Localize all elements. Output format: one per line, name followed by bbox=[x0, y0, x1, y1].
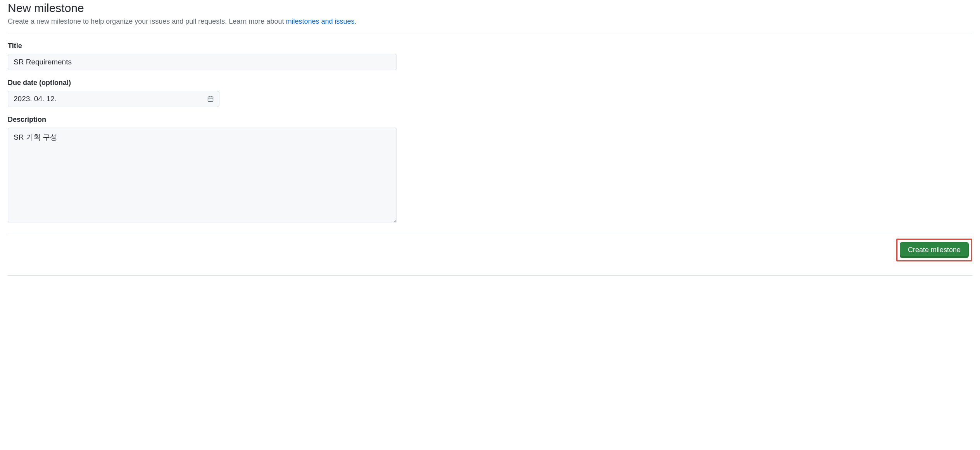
page-header: New milestone Create a new milestone to … bbox=[8, 2, 972, 34]
milestone-form-container: New milestone Create a new milestone to … bbox=[0, 0, 980, 284]
svg-rect-0 bbox=[208, 97, 213, 102]
calendar-icon bbox=[207, 96, 214, 102]
title-label: Title bbox=[8, 42, 972, 50]
description-form-group: Description bbox=[8, 116, 972, 224]
highlight-annotation: Create milestone bbox=[896, 239, 972, 261]
description-label: Description bbox=[8, 116, 972, 124]
due-date-form-group: Due date (optional) 2023. 04. 12. bbox=[8, 79, 972, 107]
due-date-input[interactable]: 2023. 04. 12. bbox=[8, 91, 219, 107]
create-milestone-button[interactable]: Create milestone bbox=[900, 242, 969, 258]
due-date-value: 2023. 04. 12. bbox=[14, 95, 57, 103]
milestones-issues-link[interactable]: milestones and issues bbox=[286, 17, 354, 25]
subtitle-suffix: . bbox=[355, 17, 357, 25]
form-actions: Create milestone bbox=[8, 239, 972, 261]
title-input[interactable] bbox=[8, 54, 397, 70]
subtitle-text: Create a new milestone to help organize … bbox=[8, 17, 286, 25]
description-textarea[interactable] bbox=[8, 128, 397, 223]
form-divider bbox=[8, 233, 972, 233]
bottom-divider bbox=[8, 275, 972, 276]
due-date-label: Due date (optional) bbox=[8, 79, 972, 87]
page-subtitle: Create a new milestone to help organize … bbox=[8, 16, 972, 27]
page-title: New milestone bbox=[8, 2, 972, 15]
title-form-group: Title bbox=[8, 42, 972, 70]
